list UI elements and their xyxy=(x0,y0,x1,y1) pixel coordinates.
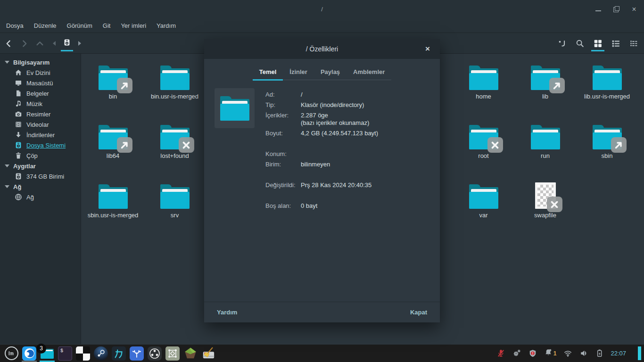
battery-icon[interactable] xyxy=(595,349,603,358)
frame-app-launcher[interactable] xyxy=(164,345,182,362)
close-dialog-button[interactable]: Kapat xyxy=(410,309,427,316)
green-block-game-launcher[interactable] xyxy=(182,345,199,362)
sidebar-item-374-gb-birimi[interactable]: 374 GB Birimi xyxy=(0,171,81,181)
icon-view-button[interactable] xyxy=(592,35,603,51)
sidebar-item--p[interactable]: Çöp xyxy=(0,150,81,161)
microphone-muted-icon[interactable] xyxy=(496,349,505,358)
folder-icon xyxy=(99,66,128,90)
sidebar-section-a[interactable]: Ağ xyxy=(0,181,81,192)
folder-sbin[interactable]: sbin xyxy=(576,120,638,160)
sidebar-item-dosya-sistemi[interactable]: Dosya Sistemi xyxy=(0,140,81,150)
notifications-icon[interactable]: 1 xyxy=(544,348,557,358)
sidebar-section-bilgisayarm[interactable]: Bilgisayarım xyxy=(0,57,81,67)
folder-lib[interactable]: lib xyxy=(514,61,576,100)
show-desktop-button[interactable] xyxy=(638,346,641,360)
firefox-icon xyxy=(22,346,36,361)
folder-bin.usr-is-merged[interactable]: bin.usr-is-merged xyxy=(144,61,206,100)
binary-file-icon xyxy=(535,182,556,209)
sidebar-item-a-[interactable]: Ağ xyxy=(0,192,81,202)
sidebar-item-ev-dizini[interactable]: Ev Dizini xyxy=(0,67,81,78)
dialog-folder-icon xyxy=(215,88,255,128)
forward-button[interactable] xyxy=(19,38,29,49)
film-icon xyxy=(15,121,22,128)
wifi-icon[interactable] xyxy=(563,349,572,358)
menu-d-zenle[interactable]: Düzenle xyxy=(29,19,62,33)
up-button[interactable] xyxy=(35,38,44,49)
menu-yard-m[interactable]: Yardım xyxy=(151,19,181,33)
coral-app-launcher[interactable] xyxy=(128,345,146,362)
compact-view-button[interactable] xyxy=(628,35,639,51)
back-button[interactable] xyxy=(4,38,13,49)
folder-lib64[interactable]: lib64 xyxy=(82,120,144,160)
music-icon xyxy=(15,100,22,107)
list-view-button[interactable] xyxy=(610,35,621,51)
firewall-shield-icon[interactable] xyxy=(528,349,537,358)
disk-cleaner-launcher[interactable] xyxy=(199,345,217,362)
folder-root[interactable]: root xyxy=(453,120,514,160)
folder-icon xyxy=(593,66,622,90)
minimize-button[interactable] xyxy=(595,6,602,13)
field-value: 0 bayt xyxy=(301,202,317,210)
checkerboard-app-launcher[interactable] xyxy=(74,345,92,362)
titlebar: / × xyxy=(0,0,644,19)
unreadable-emblem-icon xyxy=(179,137,194,153)
folder-home[interactable]: home xyxy=(453,61,514,100)
steam-launcher[interactable] xyxy=(92,345,110,362)
file-label: swapfile xyxy=(514,212,576,219)
sidebar-item-resimler[interactable]: Resimler xyxy=(0,109,81,119)
sidebar-item-m-zik[interactable]: Müzik xyxy=(0,99,81,109)
folder-run[interactable]: run xyxy=(514,120,576,160)
firefox-launcher[interactable] xyxy=(20,345,38,362)
field-label: Değiştirildi: xyxy=(265,181,301,189)
path-scroll-right-icon[interactable] xyxy=(78,41,81,46)
help-button[interactable]: Yardım xyxy=(217,309,237,316)
mint-menu-launcher[interactable] xyxy=(2,345,20,362)
unreadable-emblem-icon xyxy=(547,197,562,212)
menu-yer-imleri[interactable]: Yer imleri xyxy=(116,19,151,33)
path-scroll-left-icon[interactable] xyxy=(53,41,56,46)
toggle-location-entry-button[interactable] xyxy=(556,35,568,51)
folder-icon xyxy=(160,184,190,209)
sidebar-item-masa-st-[interactable]: Masaüstü xyxy=(0,78,81,88)
dialog-close-icon[interactable]: × xyxy=(421,39,434,59)
sidebar-item-videolar[interactable]: Videolar xyxy=(0,119,81,130)
field-value: 2.287 öge(bazı içerikler okunamaz) xyxy=(301,112,369,127)
folder-icon xyxy=(531,125,560,149)
volume-icon[interactable] xyxy=(579,349,588,358)
menu-git[interactable]: Git xyxy=(98,19,116,33)
terminal-launcher[interactable]: $ xyxy=(56,345,74,362)
sidebar-item-label: İndirilenler xyxy=(26,132,55,139)
menu-dosya[interactable]: Dosya xyxy=(1,19,29,33)
field-konum: Konum: xyxy=(265,150,430,157)
obs-launcher[interactable] xyxy=(146,345,164,362)
tab-izinler[interactable]: İzinler xyxy=(283,65,314,81)
file-swapfile[interactable]: swapfile xyxy=(514,180,576,219)
checkerboard-app-icon xyxy=(76,346,90,361)
file-manager-launcher[interactable]: 3 xyxy=(38,345,56,362)
folder-var[interactable]: var xyxy=(453,180,514,219)
clock[interactable]: 22:07 xyxy=(611,350,626,357)
sidebar-section-aygtlar[interactable]: Aygıtlar xyxy=(0,161,81,171)
field-değiştirildi: Değiştirildi:Prş 28 Kas 2024 20:40:35 xyxy=(265,181,430,189)
path-root-button[interactable] xyxy=(60,35,74,51)
tab-amblemler[interactable]: Amblemler xyxy=(347,65,391,81)
folder-lost+found[interactable]: lost+found xyxy=(144,120,206,160)
settings-gears-icon[interactable] xyxy=(512,349,521,358)
search-button[interactable] xyxy=(574,35,586,51)
home-icon xyxy=(15,69,22,76)
file-label: bin.usr-is-merged xyxy=(144,93,206,100)
field-value: / xyxy=(301,91,303,99)
folder-sbin.usr-is-merged[interactable]: sbin.usr-is-merged xyxy=(82,180,144,219)
menu-g-r-n-m[interactable]: Görünüm xyxy=(62,19,98,33)
kanji-app-icon xyxy=(112,346,126,361)
kanji-app-launcher[interactable] xyxy=(110,345,128,362)
tab-payla[interactable]: Paylaş xyxy=(314,65,347,81)
tab-temel[interactable]: Temel xyxy=(253,65,283,81)
maximize-button[interactable] xyxy=(613,6,619,13)
folder-bin[interactable]: bin xyxy=(82,61,144,100)
sidebar-item-i-ndirilenler[interactable]: İndirilenler xyxy=(0,130,81,140)
close-button[interactable]: × xyxy=(631,6,637,13)
folder-srv[interactable]: srv xyxy=(144,180,206,219)
folder-lib.usr-is-merged[interactable]: lib.usr-is-merged xyxy=(576,61,638,100)
sidebar-item-belgeler[interactable]: Belgeler xyxy=(0,88,81,99)
